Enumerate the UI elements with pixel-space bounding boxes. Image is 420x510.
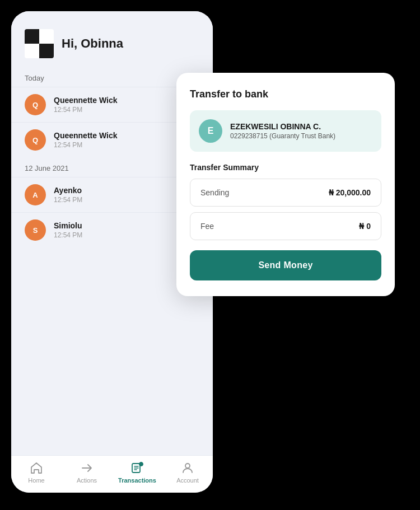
home-icon [30,461,43,475]
transfer-title: Transfer to bank [190,88,381,100]
greeting: Hi, Obinna [62,36,123,51]
app-header: Hi, Obinna [11,11,213,67]
fee-row: Fee ₦ 0 [190,212,381,240]
transfer-card: Transfer to bank E EZEKWESILI OBINNA C. … [176,73,395,296]
tx-name: Queennette Wick [54,131,117,140]
tx-name: Queennette Wick [54,96,117,105]
summary-label: Transfer Summary [190,163,381,172]
nav-account[interactable]: Account [162,461,213,484]
fee-value: ₦ 0 [359,222,371,231]
nav-actions[interactable]: Actions [62,461,112,484]
avatar: Q [25,129,46,151]
tx-name: Simiolu [54,221,82,230]
sending-label: Sending [200,188,229,197]
avatar: A [25,184,46,205]
nav-transactions[interactable]: Transactions [112,461,162,484]
sending-value: ₦ 20,000.00 [329,188,371,197]
tx-time: 12:54 PM [54,231,82,239]
logo-cell-1 [25,29,39,44]
tx-time: 12:54 PM [54,141,117,149]
nav-home[interactable]: Home [11,461,62,484]
transactions-icon [130,461,144,475]
svg-point-2 [185,464,190,468]
recipient-avatar: E [199,119,222,143]
nav-transactions-label: Transactions [118,477,156,484]
tx-time: 12:54 PM [54,196,82,204]
nav-home-label: Home [28,477,44,484]
recipient-box: E EZEKWESILI OBINNA C. 0229238715 (Guara… [190,110,381,152]
logo-cell-4 [39,44,54,58]
send-money-button[interactable]: Send Money [190,250,381,280]
sending-row: Sending ₦ 20,000.00 [190,179,381,207]
avatar: S [25,219,46,241]
nav-actions-label: Actions [77,477,97,484]
tx-name: Ayenko [54,186,82,195]
fee-label: Fee [200,222,214,231]
tx-time: 12:54 PM [54,106,117,114]
bottom-nav: Home Actions [11,455,213,493]
recipient-bank: 0229238715 (Guaranty Trust Bank) [230,132,335,140]
actions-icon [80,461,94,475]
logo-cell-3 [25,44,39,58]
logo-cell-2 [39,29,54,44]
app-logo [25,29,54,58]
nav-account-label: Account [176,477,199,484]
avatar: Q [25,94,46,115]
account-icon [181,461,194,475]
greeting-name: Obinna [81,36,123,50]
greeting-prefix: Hi, [62,36,81,50]
recipient-name: EZEKWESILI OBINNA C. [230,122,335,131]
